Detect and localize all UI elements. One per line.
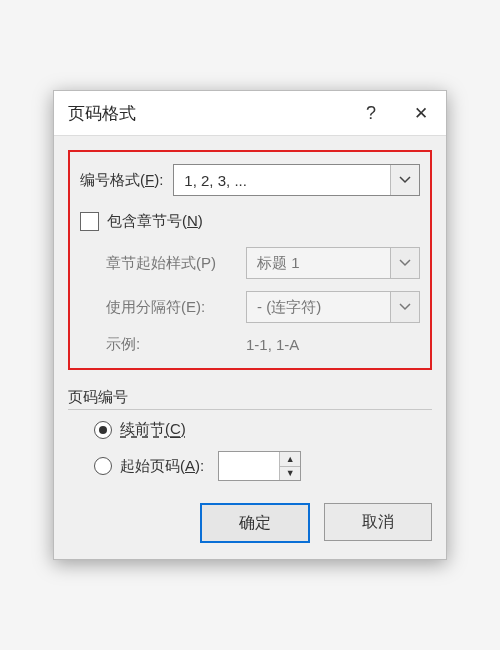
chapter-style-value: 标题 1: [247, 254, 390, 273]
separator-combo[interactable]: - (连字符): [246, 291, 420, 323]
chapter-style-combo[interactable]: 标题 1: [246, 247, 420, 279]
separator-value: - (连字符): [247, 298, 390, 317]
chapter-style-label: 章节起始样式(P): [106, 254, 246, 273]
dialog-buttons: 确定 取消: [68, 503, 432, 543]
highlighted-region: 编号格式(F): 1, 2, 3, ... 包含章节号(N): [68, 150, 432, 370]
number-format-combo[interactable]: 1, 2, 3, ...: [173, 164, 420, 196]
help-button[interactable]: ?: [346, 91, 396, 135]
start-at-option-row: 起始页码(A): ▲ ▼: [68, 451, 432, 481]
include-chapter-row: 包含章节号(N): [80, 212, 420, 231]
example-value: 1-1, 1-A: [246, 336, 299, 353]
spinner-up-icon[interactable]: ▲: [280, 452, 300, 466]
cancel-button[interactable]: 取消: [324, 503, 432, 541]
number-format-label: 编号格式(F):: [80, 171, 163, 190]
continue-label: 续前节(C): [120, 420, 186, 439]
chevron-down-icon: [390, 292, 419, 322]
separator-row: 使用分隔符(E): - (连字符): [80, 291, 420, 323]
dialog-title: 页码格式: [68, 102, 346, 125]
number-format-row: 编号格式(F): 1, 2, 3, ...: [80, 164, 420, 196]
chevron-down-icon: [390, 248, 419, 278]
chevron-down-icon: [390, 165, 419, 195]
spinner-down-icon[interactable]: ▼: [280, 466, 300, 481]
start-at-value: [219, 452, 279, 480]
chapter-style-row: 章节起始样式(P) 标题 1: [80, 247, 420, 279]
start-at-label: 起始页码(A):: [120, 457, 204, 476]
spinner-buttons: ▲ ▼: [279, 452, 300, 480]
continue-option-row: 续前节(C): [68, 420, 432, 439]
page-number-format-dialog: 页码格式 ? ✕ 编号格式(F): 1, 2, 3, ...: [53, 90, 447, 560]
example-label: 示例:: [106, 335, 246, 354]
ok-button[interactable]: 确定: [200, 503, 310, 543]
include-chapter-label: 包含章节号(N): [107, 212, 203, 231]
close-button[interactable]: ✕: [396, 91, 446, 135]
radio-dot-icon: [99, 426, 107, 434]
separator-label: 使用分隔符(E):: [106, 298, 246, 317]
number-format-value: 1, 2, 3, ...: [174, 172, 390, 189]
start-at-radio[interactable]: [94, 457, 112, 475]
include-chapter-checkbox[interactable]: [80, 212, 99, 231]
titlebar: 页码格式 ? ✕: [54, 91, 446, 136]
page-numbering-header: 页码编号: [68, 388, 432, 410]
start-at-spinner[interactable]: ▲ ▼: [218, 451, 301, 481]
continue-radio[interactable]: [94, 421, 112, 439]
example-row: 示例: 1-1, 1-A: [80, 335, 420, 354]
